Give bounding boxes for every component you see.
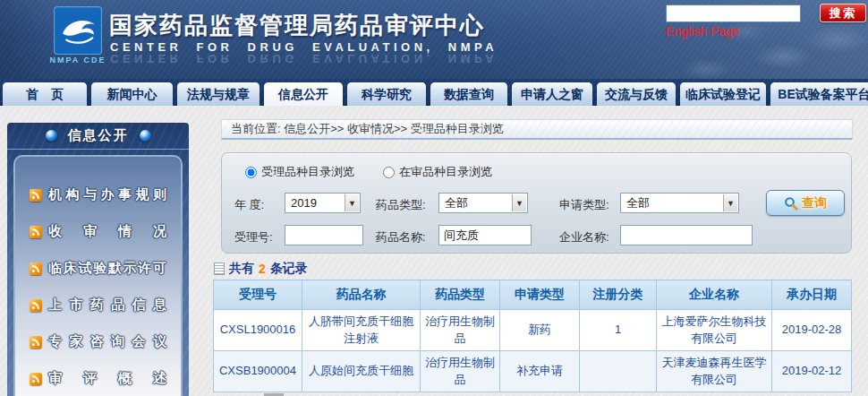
main-nav: 首 页 新闻中心 法规与规章 信息公开 科学研究 数据查询 申请人之窗 交流与反… [0,79,868,106]
results-table: 受理号 药品名称 药品类型 申请类型 注册分类 企业名称 承办日期 CXSL19… [213,280,852,392]
col-drug-type: 药品类型 [421,280,500,310]
table-cell: CXSB1900004 [214,351,302,392]
rss-icon [30,373,42,385]
sidebar-menu: 机构与办事规则 收审情况 临床试验默示许可 上市药品信息 专家咨询会议 审评概述 [13,155,183,396]
tab-applicant-window[interactable]: 申请人之窗 [512,82,592,106]
apply-type-select[interactable]: 全部 ▼ [620,193,739,213]
catalog-mode-radios: 受理品种目录浏览 在审品种目录浏览 [245,164,492,180]
rss-icon [30,336,42,349]
sidebar-item-expert-meetings[interactable]: 专家咨询会议 [15,323,181,360]
col-acceptance-no: 受理号 [214,280,302,310]
caret-down-icon: ▼ [345,194,359,211]
list-icon [214,263,225,275]
rss-icon [30,299,42,312]
table-cell: 2019-02-28 [772,310,852,351]
drug-type-label: 药品类型: [376,197,426,213]
tab-be-trial-platform[interactable]: BE试验备案平台 [770,82,868,106]
sidebar-header: 信息公开 [7,123,189,150]
table-cell: 新药 [500,310,580,351]
apply-type-label: 申请类型: [559,197,609,213]
sidebar-item-acceptance-review[interactable]: 收审情况 [15,213,181,250]
drug-type-select[interactable]: 全部 ▼ [438,193,528,213]
sidebar-item-marketed-drugs[interactable]: 上市药品信息 [15,287,181,323]
tab-data-query[interactable]: 数据查询 [430,82,507,106]
record-count-line: 共有 2 条记录 [214,261,308,277]
drug-name-input[interactable] [438,225,532,245]
sidebar-item-org-rules[interactable]: 机构与办事规则 [15,176,181,213]
caret-down-icon: ▼ [723,194,737,211]
sphere-icon [46,130,57,142]
record-count-prefix: 共有 [229,261,254,277]
radio-accepted-catalog[interactable]: 受理品种目录浏览 [245,164,354,180]
search-button[interactable]: 搜索 [820,4,866,22]
site-title-en-reflection: CENTER FOR DRUG EVALUATION, NMPA [110,53,498,65]
search-input[interactable] [666,4,801,22]
table-cell: 1 [580,310,657,351]
year-select[interactable]: 2019 ▼ [285,193,361,213]
tab-home[interactable]: 首 页 [3,82,87,106]
record-count-number: 2 [259,262,266,276]
table-header-row: 受理号 药品名称 药品类型 申请类型 注册分类 企业名称 承办日期 [214,280,852,310]
table-row: CXSB1900004 人原始间充质干细胞 治疗用生物制品 补充申请 天津麦迪森… [214,351,852,392]
tab-feedback[interactable]: 交流与反馈 [597,82,676,106]
sidebar: 信息公开 机构与办事规则 收审情况 临床试验默示许可 上市药品信息 专 [7,123,189,396]
acceptance-no-label: 受理号: [234,229,273,245]
site-header: NMPA CDE 国家药品监督管理局药品审评中心 CENTER FOR DRUG… [0,0,868,79]
company-name-label: 企业名称: [559,229,609,245]
col-date: 承办日期 [772,280,852,310]
sphere-icon [140,130,151,142]
rss-icon [30,226,42,238]
radio-under-review-catalog[interactable]: 在审品种目录浏览 [383,164,492,180]
filter-row-inputs: 受理号: 药品名称: 企业名称: [222,225,853,250]
table-cell: 人脐带间充质干细胞注射液 [302,310,421,351]
page: NMPA CDE 国家药品监督管理局药品审评中心 CENTER FOR DRUG… [0,0,868,396]
year-label: 年 度: [234,197,264,213]
table-cell [580,351,657,392]
col-apply-type: 申请类型 [500,280,580,310]
site-title-cn: 国家药品监督管理局药品审评中心 [109,10,485,41]
logo-caption: NMPA CDE [39,56,116,65]
rss-icon [30,263,42,275]
radio-under-review-catalog-input[interactable] [383,167,395,178]
sidebar-item-clinical-trial-license[interactable]: 临床试验默示许可 [15,250,181,287]
tab-regulations[interactable]: 法规与规章 [177,82,260,106]
acceptance-no-input[interactable] [285,225,363,245]
tab-science[interactable]: 科学研究 [347,82,426,106]
tab-clinical-trial-registry[interactable]: 临床试验登记 [680,82,766,106]
table-cell: 天津麦迪森再生医学有限公司 [657,351,772,392]
table-cell: 补充申请 [500,351,580,392]
table-cell: CXSL1900016 [214,310,302,351]
nmpa-cde-logo[interactable] [54,6,102,55]
col-drug-name: 药品名称 [302,280,421,310]
tab-news[interactable]: 新闻中心 [91,82,173,106]
drug-name-label: 药品名称: [376,229,426,245]
caret-down-icon: ▼ [512,194,526,211]
table-cell: 人原始间充质干细胞 [302,351,421,392]
filter-panel: 受理品种目录浏览 在审品种目录浏览 年 度: 2019 ▼ 药品类型: 全部 ▼… [221,152,852,254]
table-cell: 治疗用生物制品 [421,310,500,351]
rss-icon [30,189,42,202]
table-cell: 2019-02-12 [772,351,852,392]
site-title-en: CENTER FOR DRUG EVALUATION, NMPA [110,40,498,54]
radio-accepted-catalog-input[interactable] [245,167,257,178]
magnifier-icon [784,196,798,211]
query-button[interactable]: 查询 [766,190,845,216]
col-company: 企业名称 [657,280,772,310]
table-cell: 治疗用生物制品 [421,351,500,392]
sidebar-title: 信息公开 [68,127,129,144]
filter-row-selects: 年 度: 2019 ▼ 药品类型: 全部 ▼ 申请类型: 全部 ▼ 查询 [222,193,853,218]
swan-logo-icon [54,6,102,55]
sidebar-item-review-overview[interactable]: 审评概述 [15,360,181,396]
breadcrumb: 当前位置: 信息公开>> 收审情况>> 受理品种目录浏览 [221,119,853,140]
english-page-link[interactable]: English Page [666,24,740,39]
table-row: CXSL1900016 人脐带间充质干细胞注射液 治疗用生物制品 新药 1 上海… [214,310,852,351]
company-name-input[interactable] [620,225,753,245]
record-count-suffix: 条记录 [270,261,308,277]
col-reg-class: 注册分类 [580,280,657,310]
table-cell: 上海爱萨尔生物科技有限公司 [657,310,772,351]
tab-info-disclosure[interactable]: 信息公开 [264,82,343,106]
